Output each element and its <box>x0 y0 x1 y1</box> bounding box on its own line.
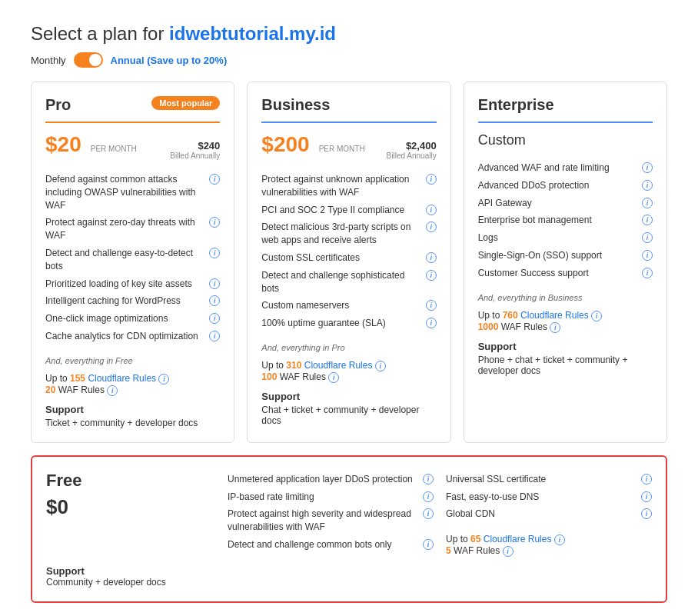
info-icon[interactable]: i <box>641 508 652 519</box>
info-icon[interactable]: i <box>642 268 653 278</box>
pro-billed: Billed Annually <box>170 152 220 160</box>
business-and-everything: And, everything in Pro <box>261 343 436 352</box>
enterprise-plan-card: Enterprise Custom Advanced WAF and rate … <box>464 82 667 443</box>
pro-plan-name: Pro <box>45 96 71 114</box>
info-icon[interactable]: i <box>107 385 118 396</box>
info-icon[interactable]: i <box>426 270 437 281</box>
billing-toggle-row: Monthly Annual (Save up to 20%) <box>31 52 667 68</box>
pro-cloudflare-rules: Up to 155 Cloudflare Rules i <box>45 373 220 385</box>
list-item: Global CDN i <box>446 505 652 523</box>
free-support-text: Community + developer docs <box>46 577 215 588</box>
free-plan-name: Free <box>46 471 215 491</box>
info-icon[interactable]: i <box>423 491 434 502</box>
info-icon[interactable]: i <box>423 508 434 519</box>
free-plan-col1: Unmetered application layer DDoS protect… <box>228 471 434 588</box>
info-icon[interactable]: i <box>209 174 220 185</box>
list-item: Intelligent caching for WordPress i <box>45 292 220 310</box>
info-icon[interactable]: i <box>642 250 653 261</box>
enterprise-and-everything: And, everything in Business <box>478 293 653 302</box>
free-rules: Up to 65 Cloudflare Rules i 5 WAF Rules … <box>446 534 652 557</box>
pro-feature-list: Defend against common attacks including … <box>45 171 220 345</box>
pro-price-row: $20 PER MONTH <box>45 132 137 157</box>
info-icon[interactable]: i <box>642 232 653 243</box>
info-icon[interactable]: i <box>641 474 652 484</box>
info-icon[interactable]: i <box>554 534 565 545</box>
list-item: PCI and SOC 2 Type II compliance i <box>261 201 436 219</box>
info-icon[interactable]: i <box>642 215 653 225</box>
business-plan-name: Business <box>261 96 330 114</box>
list-item: Cache analytics for CDN optimization i <box>45 328 220 345</box>
list-item: Defend against common attacks including … <box>45 171 220 214</box>
info-icon[interactable]: i <box>426 300 437 311</box>
domain-name: idwebtutorial.my.id <box>169 23 336 44</box>
business-plan-card: Business $200 PER MONTH $2,400 Billed An… <box>247 82 450 443</box>
list-item: Single-Sign-On (SSO) support i <box>478 247 653 265</box>
business-feature-list: Protect against unknown application vuln… <box>261 171 436 332</box>
list-item: Custom SSL certificates i <box>261 249 436 267</box>
free-waf-rules: 5 WAF Rules i <box>446 545 652 557</box>
monthly-label: Monthly <box>31 55 66 66</box>
list-item: Universal SSL certificate i <box>446 471 652 488</box>
free-plan-col2: Universal SSL certificate i Fast, easy-t… <box>446 471 652 588</box>
enterprise-support-label: Support <box>478 341 653 352</box>
list-item: Detect and challenge easy-to-detect bots… <box>45 245 220 275</box>
pro-divider <box>45 122 220 123</box>
free-plan-left: Free $0 Support Community + developer do… <box>46 471 215 588</box>
info-icon[interactable]: i <box>426 318 437 328</box>
info-icon[interactable]: i <box>423 474 434 484</box>
enterprise-waf-rules: 1000 WAF Rules i <box>478 321 653 333</box>
list-item: Fast, easy-to-use DNS i <box>446 488 652 506</box>
free-feature-list-1: Unmetered application layer DDoS protect… <box>228 471 434 554</box>
info-icon[interactable]: i <box>209 217 220 228</box>
list-item: Prioritized loading of key site assets i <box>45 275 220 293</box>
info-icon[interactable]: i <box>591 311 602 321</box>
info-icon[interactable]: i <box>209 313 220 324</box>
pro-support-label: Support <box>45 404 220 415</box>
list-item: Unmetered application layer DDoS protect… <box>228 471 434 488</box>
list-item: Detect malicious 3rd-party scripts on we… <box>261 218 436 249</box>
info-icon[interactable]: i <box>426 252 437 263</box>
business-billed: Billed Annually <box>387 152 437 160</box>
info-icon[interactable]: i <box>426 205 437 215</box>
list-item: Custom nameservers i <box>261 297 436 315</box>
title-prefix: Select a plan for <box>31 23 169 44</box>
enterprise-support-text: Phone + chat + ticket + community + deve… <box>478 355 653 376</box>
enterprise-plan-name: Enterprise <box>478 96 554 114</box>
info-icon[interactable]: i <box>642 180 653 191</box>
info-icon[interactable]: i <box>209 295 220 306</box>
info-icon[interactable]: i <box>426 174 437 185</box>
info-icon[interactable]: i <box>550 322 560 333</box>
pro-rules: Up to 155 Cloudflare Rules i 20 WAF Rule… <box>45 373 220 396</box>
info-icon[interactable]: i <box>328 372 339 383</box>
business-price-row: $200 PER MONTH <box>261 132 364 157</box>
business-price-annual: $2,400 <box>387 140 437 152</box>
info-icon[interactable]: i <box>423 539 434 550</box>
enterprise-support: Support Phone + chat + ticket + communit… <box>478 341 653 376</box>
free-plan-card: Free $0 Support Community + developer do… <box>31 455 667 603</box>
info-icon[interactable]: i <box>375 361 386 371</box>
info-icon[interactable]: i <box>642 162 653 173</box>
business-price-left: $200 PER MONTH <box>261 132 364 160</box>
info-icon[interactable]: i <box>503 546 514 557</box>
info-icon[interactable]: i <box>641 491 652 502</box>
list-item: Detect and challenge sophisticated bots … <box>261 267 436 298</box>
list-item: One-click image optimizations i <box>45 310 220 328</box>
plans-grid: Pro Most popular $20 PER MONTH $240 Bill… <box>31 82 667 443</box>
list-item: Enterprise bot management i <box>478 211 653 229</box>
billing-toggle-switch[interactable] <box>74 52 103 68</box>
list-item: 100% uptime guarantee (SLA) i <box>261 315 436 332</box>
info-icon[interactable]: i <box>642 198 653 208</box>
most-popular-badge: Most popular <box>151 96 220 110</box>
free-support-label: Support <box>46 565 215 577</box>
info-icon[interactable]: i <box>158 374 169 385</box>
info-icon[interactable]: i <box>209 248 220 258</box>
business-support: Support Chat + ticket + community + deve… <box>261 391 436 426</box>
list-item: IP-based rate limiting i <box>228 488 434 506</box>
info-icon[interactable]: i <box>426 221 437 232</box>
pro-waf-rules: 20 WAF Rules i <box>45 385 220 396</box>
page-title: Select a plan for idwebtutorial.my.id <box>31 23 667 45</box>
info-icon[interactable]: i <box>209 278 220 289</box>
info-icon[interactable]: i <box>209 331 220 341</box>
free-plan-price: $0 <box>46 495 215 519</box>
list-item: Customer Success support i <box>478 265 653 282</box>
